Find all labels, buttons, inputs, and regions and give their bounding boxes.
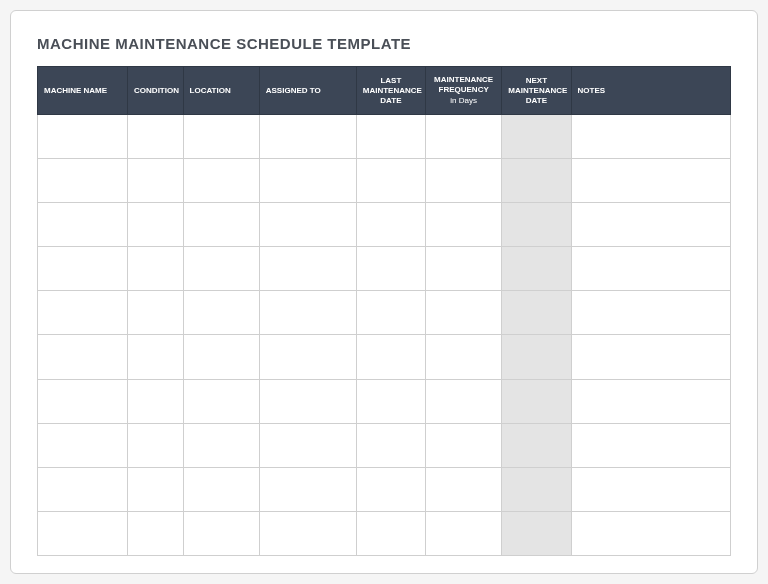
cell-last-maintenance-date[interactable] bbox=[356, 203, 425, 247]
cell-machine-name[interactable] bbox=[38, 159, 128, 203]
cell-assigned-to[interactable] bbox=[259, 467, 356, 511]
cell-assigned-to[interactable] bbox=[259, 291, 356, 335]
table-body bbox=[38, 115, 731, 556]
cell-last-maintenance-date[interactable] bbox=[356, 379, 425, 423]
cell-notes[interactable] bbox=[571, 423, 730, 467]
cell-last-maintenance-date[interactable] bbox=[356, 291, 425, 335]
cell-last-maintenance-date[interactable] bbox=[356, 467, 425, 511]
cell-location[interactable] bbox=[183, 379, 259, 423]
cell-last-maintenance-date[interactable] bbox=[356, 335, 425, 379]
cell-condition[interactable] bbox=[128, 115, 183, 159]
col-header-machine-name: MACHINE NAME bbox=[38, 67, 128, 115]
table-row bbox=[38, 335, 731, 379]
col-header-notes: NOTES bbox=[571, 67, 730, 115]
cell-assigned-to[interactable] bbox=[259, 115, 356, 159]
cell-maintenance-frequency[interactable] bbox=[426, 247, 502, 291]
cell-notes[interactable] bbox=[571, 379, 730, 423]
cell-assigned-to[interactable] bbox=[259, 159, 356, 203]
cell-last-maintenance-date[interactable] bbox=[356, 423, 425, 467]
cell-location[interactable] bbox=[183, 511, 259, 555]
cell-last-maintenance-date[interactable] bbox=[356, 115, 425, 159]
table-row bbox=[38, 203, 731, 247]
cell-condition[interactable] bbox=[128, 335, 183, 379]
cell-next-maintenance-date[interactable] bbox=[502, 203, 571, 247]
cell-maintenance-frequency[interactable] bbox=[426, 115, 502, 159]
cell-machine-name[interactable] bbox=[38, 379, 128, 423]
cell-machine-name[interactable] bbox=[38, 247, 128, 291]
cell-location[interactable] bbox=[183, 247, 259, 291]
cell-condition[interactable] bbox=[128, 247, 183, 291]
schedule-table-wrap: MACHINE NAME CONDITION LOCATION ASSIGNED… bbox=[37, 66, 731, 556]
cell-maintenance-frequency[interactable] bbox=[426, 291, 502, 335]
cell-next-maintenance-date[interactable] bbox=[502, 291, 571, 335]
cell-notes[interactable] bbox=[571, 511, 730, 555]
table-row bbox=[38, 159, 731, 203]
cell-condition[interactable] bbox=[128, 291, 183, 335]
cell-next-maintenance-date[interactable] bbox=[502, 423, 571, 467]
cell-last-maintenance-date[interactable] bbox=[356, 247, 425, 291]
cell-assigned-to[interactable] bbox=[259, 247, 356, 291]
cell-machine-name[interactable] bbox=[38, 423, 128, 467]
cell-next-maintenance-date[interactable] bbox=[502, 511, 571, 555]
cell-condition[interactable] bbox=[128, 379, 183, 423]
cell-notes[interactable] bbox=[571, 467, 730, 511]
cell-maintenance-frequency[interactable] bbox=[426, 379, 502, 423]
cell-notes[interactable] bbox=[571, 203, 730, 247]
cell-condition[interactable] bbox=[128, 159, 183, 203]
cell-last-maintenance-date[interactable] bbox=[356, 511, 425, 555]
cell-location[interactable] bbox=[183, 467, 259, 511]
cell-notes[interactable] bbox=[571, 335, 730, 379]
col-header-maintenance-frequency: MAINTENANCE FREQUENCY in Days bbox=[426, 67, 502, 115]
cell-machine-name[interactable] bbox=[38, 511, 128, 555]
cell-location[interactable] bbox=[183, 159, 259, 203]
cell-machine-name[interactable] bbox=[38, 291, 128, 335]
col-header-maintenance-frequency-sub: in Days bbox=[432, 96, 495, 106]
cell-machine-name[interactable] bbox=[38, 115, 128, 159]
cell-assigned-to[interactable] bbox=[259, 379, 356, 423]
cell-last-maintenance-date[interactable] bbox=[356, 159, 425, 203]
col-header-assigned-to: ASSIGNED TO bbox=[259, 67, 356, 115]
col-header-last-maintenance: LAST MAINTENANCE DATE bbox=[356, 67, 425, 115]
cell-location[interactable] bbox=[183, 291, 259, 335]
cell-location[interactable] bbox=[183, 203, 259, 247]
col-header-location: LOCATION bbox=[183, 67, 259, 115]
cell-assigned-to[interactable] bbox=[259, 335, 356, 379]
cell-assigned-to[interactable] bbox=[259, 203, 356, 247]
cell-next-maintenance-date[interactable] bbox=[502, 115, 571, 159]
table-row bbox=[38, 291, 731, 335]
cell-condition[interactable] bbox=[128, 467, 183, 511]
cell-next-maintenance-date[interactable] bbox=[502, 467, 571, 511]
cell-condition[interactable] bbox=[128, 423, 183, 467]
cell-maintenance-frequency[interactable] bbox=[426, 467, 502, 511]
cell-maintenance-frequency[interactable] bbox=[426, 335, 502, 379]
cell-next-maintenance-date[interactable] bbox=[502, 159, 571, 203]
cell-maintenance-frequency[interactable] bbox=[426, 423, 502, 467]
cell-location[interactable] bbox=[183, 115, 259, 159]
table-row bbox=[38, 423, 731, 467]
cell-maintenance-frequency[interactable] bbox=[426, 203, 502, 247]
cell-condition[interactable] bbox=[128, 203, 183, 247]
table-row bbox=[38, 379, 731, 423]
cell-location[interactable] bbox=[183, 335, 259, 379]
cell-condition[interactable] bbox=[128, 511, 183, 555]
cell-notes[interactable] bbox=[571, 115, 730, 159]
cell-notes[interactable] bbox=[571, 291, 730, 335]
cell-machine-name[interactable] bbox=[38, 467, 128, 511]
cell-machine-name[interactable] bbox=[38, 335, 128, 379]
cell-assigned-to[interactable] bbox=[259, 423, 356, 467]
table-row bbox=[38, 467, 731, 511]
cell-next-maintenance-date[interactable] bbox=[502, 247, 571, 291]
cell-machine-name[interactable] bbox=[38, 203, 128, 247]
document-page: MACHINE MAINTENANCE SCHEDULE TEMPLATE MA… bbox=[10, 10, 758, 574]
cell-notes[interactable] bbox=[571, 247, 730, 291]
cell-notes[interactable] bbox=[571, 159, 730, 203]
col-header-next-maintenance: NEXT MAINTENANCE DATE bbox=[502, 67, 571, 115]
cell-next-maintenance-date[interactable] bbox=[502, 335, 571, 379]
cell-assigned-to[interactable] bbox=[259, 511, 356, 555]
col-header-maintenance-frequency-main: MAINTENANCE FREQUENCY bbox=[434, 75, 493, 94]
cell-next-maintenance-date[interactable] bbox=[502, 379, 571, 423]
cell-maintenance-frequency[interactable] bbox=[426, 159, 502, 203]
cell-location[interactable] bbox=[183, 423, 259, 467]
page-title: MACHINE MAINTENANCE SCHEDULE TEMPLATE bbox=[37, 35, 731, 52]
cell-maintenance-frequency[interactable] bbox=[426, 511, 502, 555]
